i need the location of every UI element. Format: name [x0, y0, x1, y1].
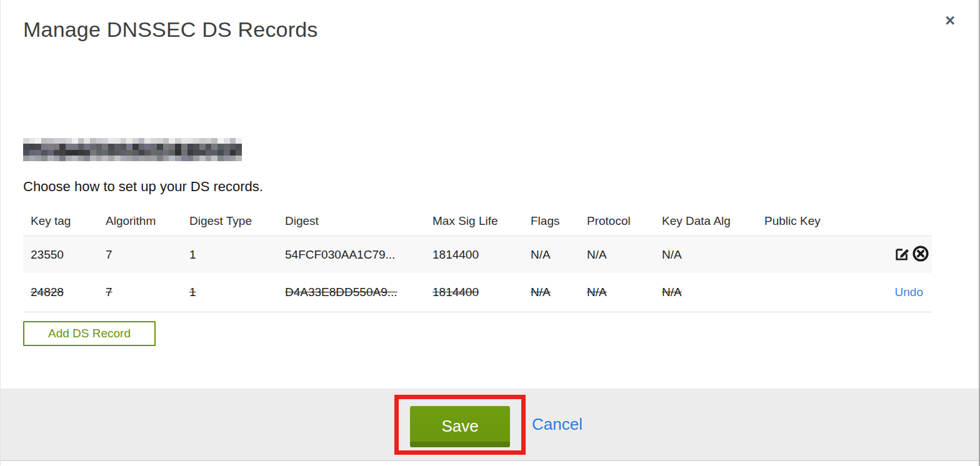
table-row-deleted: 24828 7 1 D4A33E8DD550A9... 1814400 N/A …	[23, 273, 932, 312]
delete-record-button[interactable]	[912, 245, 929, 264]
col-header-public-key: Public Key	[757, 214, 884, 228]
col-header-digest: Digest	[278, 214, 425, 228]
add-ds-record-button[interactable]: Add DS Record	[23, 321, 156, 346]
cell-digest: 54FCF030AA1C79...	[278, 248, 425, 262]
col-header-key-data-alg: Key Data Alg	[654, 214, 757, 228]
ds-records-table: Key tag Algorithm Digest Type Digest Max…	[23, 206, 932, 312]
cell-protocol: N/A	[579, 248, 654, 262]
redacted-domain-name	[23, 138, 242, 161]
edit-icon	[894, 245, 911, 264]
col-header-flags: Flags	[523, 214, 579, 228]
col-header-protocol: Protocol	[579, 214, 654, 228]
cell-digest-type: 1	[182, 285, 278, 299]
cell-flags: N/A	[523, 285, 579, 299]
cell-key-tag: 24828	[23, 285, 98, 299]
col-header-digest-type: Digest Type	[182, 214, 278, 228]
undo-link[interactable]: Undo	[895, 285, 923, 299]
cell-max-sig-life: 1814400	[425, 248, 523, 262]
cell-flags: N/A	[523, 248, 579, 262]
cell-key-tag: 23550	[23, 248, 98, 262]
delete-icon	[912, 245, 929, 264]
instruction-text: Choose how to set up your DS records.	[23, 179, 263, 195]
cell-protocol: N/A	[579, 285, 654, 299]
close-icon[interactable]: ×	[945, 12, 955, 29]
cell-key-data-alg: N/A	[654, 285, 757, 299]
col-header-algorithm: Algorithm	[98, 214, 182, 228]
col-header-key-tag: Key tag	[23, 214, 98, 228]
cell-algorithm: 7	[98, 285, 182, 299]
table-row: 23550 7 1 54FCF030AA1C79... 1814400 N/A …	[23, 235, 932, 273]
page-title: Manage DNSSEC DS Records	[23, 17, 318, 42]
cell-algorithm: 7	[98, 248, 182, 262]
cell-max-sig-life: 1814400	[425, 285, 523, 299]
cell-key-data-alg: N/A	[654, 248, 757, 262]
edit-record-button[interactable]	[894, 245, 911, 264]
dnssec-modal: Manage DNSSEC DS Records × Choose how to…	[0, 0, 980, 466]
annotation-rectangle: Save	[394, 395, 526, 455]
table-header-row: Key tag Algorithm Digest Type Digest Max…	[23, 206, 932, 235]
col-header-max-sig-life: Max Sig Life	[425, 214, 523, 228]
page-background-strip	[1, 461, 979, 466]
cell-digest: D4A33E8DD550A9...	[278, 285, 425, 299]
save-button[interactable]: Save	[410, 406, 510, 447]
cell-digest-type: 1	[182, 248, 278, 262]
cancel-link[interactable]: Cancel	[532, 415, 582, 434]
modal-footer: Save Cancel	[1, 389, 979, 460]
